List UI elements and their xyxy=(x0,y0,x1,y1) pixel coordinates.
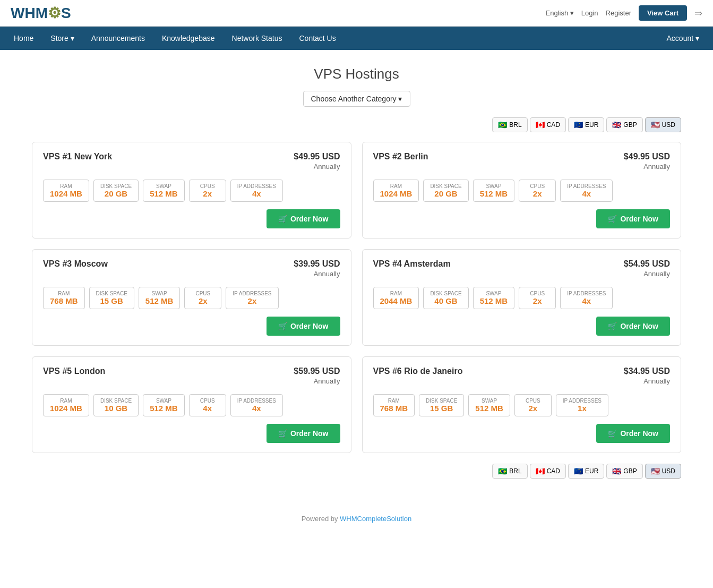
product-price: $59.95 USDAnnually xyxy=(294,367,340,386)
product-header: VPS #4 Amsterdam $54.95 USDAnnually xyxy=(373,259,671,278)
currency-btn-gbp[interactable]: 🇬🇧GBP xyxy=(606,464,642,479)
cart-icon: 🛒 xyxy=(608,322,617,330)
spec-box: Disk Space 15 GB xyxy=(419,394,464,416)
register-link[interactable]: Register xyxy=(606,9,631,17)
product-name: VPS #4 Amsterdam xyxy=(373,259,451,269)
order-now-button-vps4[interactable]: 🛒Order Now xyxy=(596,317,670,336)
spec-box: CPUs 2x xyxy=(519,180,556,202)
product-header: VPS #3 Moscow $39.95 USDAnnually xyxy=(43,259,340,278)
product-card-vps6: VPS #6 Rio de Janeiro $34.95 USDAnnually… xyxy=(362,356,682,453)
spec-box: Disk Space 40 GB xyxy=(423,287,468,309)
spec-box: Disk Space 20 GB xyxy=(423,180,468,202)
spec-box: CPUs 2x xyxy=(184,287,221,309)
spec-box: IP Addresses 4x xyxy=(230,180,283,202)
nav-left: Home Store ▾ Announcements Knowledgebase… xyxy=(5,27,345,50)
nav-announcements[interactable]: Announcements xyxy=(83,27,153,50)
product-price: $39.95 USDAnnually xyxy=(294,259,340,278)
specs-row: RAM 1024 MB Disk Space 20 GB SWAP 512 MB… xyxy=(373,180,671,202)
product-name: VPS #1 New York xyxy=(43,152,112,161)
logo-whmcs: WHM⚙S xyxy=(11,4,71,22)
currency-btn-eur[interactable]: 🇪🇺EUR xyxy=(568,464,604,479)
product-name: VPS #6 Rio de Janeiro xyxy=(373,367,463,376)
product-header: VPS #5 London $59.95 USDAnnually xyxy=(43,367,340,386)
nav-store[interactable]: Store ▾ xyxy=(42,27,82,50)
currency-bar-bottom: 🇧🇷BRL🇨🇦CAD🇪🇺EUR🇬🇧GBP🇺🇸USD xyxy=(32,464,681,479)
logout-icon[interactable]: ⇒ xyxy=(694,7,702,19)
cart-icon: 🛒 xyxy=(278,215,287,223)
cart-icon: 🛒 xyxy=(608,429,617,438)
currency-btn-usd[interactable]: 🇺🇸USD xyxy=(645,117,681,132)
spec-box: RAM 1024 MB xyxy=(373,180,419,202)
product-header: VPS #2 Berlin $49.95 USDAnnually xyxy=(373,152,671,171)
main-content: VPS Hostings Choose Another Category ▾ 🇧… xyxy=(0,50,713,504)
cart-icon: 🛒 xyxy=(278,429,287,438)
specs-row: RAM 768 MB Disk Space 15 GB SWAP 512 MB … xyxy=(373,394,671,416)
spec-box: IP Addresses 1x xyxy=(556,394,608,416)
currency-btn-brl[interactable]: 🇧🇷BRL xyxy=(492,464,527,479)
spec-box: SWAP 512 MB xyxy=(473,287,515,309)
spec-box: CPUs 2x xyxy=(189,180,226,202)
currency-btn-usd[interactable]: 🇺🇸USD xyxy=(645,464,681,479)
footer-link[interactable]: WHMCompleteSolution xyxy=(340,515,411,523)
product-header: VPS #6 Rio de Janeiro $34.95 USDAnnually xyxy=(373,367,671,386)
logo: WHM⚙S xyxy=(11,4,71,22)
product-price: $54.95 USDAnnually xyxy=(624,259,670,278)
nav-account[interactable]: Account ▾ xyxy=(658,27,708,50)
product-card-vps4: VPS #4 Amsterdam $54.95 USDAnnually RAM … xyxy=(362,249,682,346)
nav-network-status[interactable]: Network Status xyxy=(224,27,291,50)
spec-box: RAM 768 MB xyxy=(373,394,415,416)
cart-icon: 🛒 xyxy=(608,215,617,223)
currency-btn-gbp[interactable]: 🇬🇧GBP xyxy=(606,117,642,132)
cart-icon: 🛒 xyxy=(278,322,287,330)
currency-btn-cad[interactable]: 🇨🇦CAD xyxy=(530,464,566,479)
spec-box: SWAP 512 MB xyxy=(468,394,510,416)
specs-row: RAM 2044 MB Disk Space 40 GB SWAP 512 MB… xyxy=(373,287,671,309)
top-nav-right: English ▾ Login Register View Cart ⇒ xyxy=(545,5,702,21)
nav-knowledgebase[interactable]: Knowledgebase xyxy=(153,27,224,50)
product-price: $49.95 USDAnnually xyxy=(624,152,670,171)
spec-box: SWAP 512 MB xyxy=(473,180,515,202)
product-header: VPS #1 New York $49.95 USDAnnually xyxy=(43,152,340,171)
specs-row: RAM 768 MB Disk Space 15 GB SWAP 512 MB … xyxy=(43,287,340,309)
top-bar: WHM⚙S English ▾ Login Register View Cart… xyxy=(0,0,713,27)
product-period: Annually xyxy=(643,163,670,171)
spec-box: RAM 2044 MB xyxy=(373,287,419,309)
order-now-button-vps2[interactable]: 🛒Order Now xyxy=(596,209,670,228)
currency-btn-eur[interactable]: 🇪🇺EUR xyxy=(568,117,604,132)
category-selector[interactable]: Choose Another Category ▾ xyxy=(303,91,410,107)
currency-btn-brl[interactable]: 🇧🇷BRL xyxy=(492,117,527,132)
product-period: Annually xyxy=(314,163,340,171)
order-now-button-vps6[interactable]: 🛒Order Now xyxy=(596,424,670,443)
currency-bar-top: 🇧🇷BRL🇨🇦CAD🇪🇺EUR🇬🇧GBP🇺🇸USD xyxy=(32,117,681,132)
product-card-vps2: VPS #2 Berlin $49.95 USDAnnually RAM 102… xyxy=(362,142,682,238)
spec-box: CPUs 2x xyxy=(514,394,552,416)
product-period: Annually xyxy=(643,377,670,385)
product-name: VPS #2 Berlin xyxy=(373,152,428,161)
nav-home[interactable]: Home xyxy=(5,27,42,50)
product-name: VPS #3 Moscow xyxy=(43,259,108,269)
order-now-button-vps5[interactable]: 🛒Order Now xyxy=(267,424,340,443)
order-now-button-vps3[interactable]: 🛒Order Now xyxy=(267,317,340,336)
nav-contact-us[interactable]: Contact Us xyxy=(290,27,344,50)
product-card-vps3: VPS #3 Moscow $39.95 USDAnnually RAM 768… xyxy=(32,249,351,346)
nav-right: Account ▾ xyxy=(658,34,708,42)
language-selector[interactable]: English ▾ xyxy=(545,9,573,17)
product-card-vps5: VPS #5 London $59.95 USDAnnually RAM 102… xyxy=(32,356,351,453)
spec-box: SWAP 512 MB xyxy=(143,394,185,416)
spec-box: IP Addresses 4x xyxy=(560,287,613,309)
products-grid: VPS #1 New York $49.95 USDAnnually RAM 1… xyxy=(32,142,681,453)
product-period: Annually xyxy=(643,270,670,278)
specs-row: RAM 1024 MB Disk Space 20 GB SWAP 512 MB… xyxy=(43,180,340,202)
spec-box: Disk Space 20 GB xyxy=(93,180,139,202)
order-now-button-vps1[interactable]: 🛒Order Now xyxy=(267,209,340,228)
view-cart-button[interactable]: View Cart xyxy=(639,5,687,21)
currency-btn-cad[interactable]: 🇨🇦CAD xyxy=(530,117,566,132)
spec-box: IP Addresses 2x xyxy=(226,287,278,309)
product-price: $49.95 USDAnnually xyxy=(294,152,340,171)
spec-box: RAM 768 MB xyxy=(43,287,85,309)
product-card-vps1: VPS #1 New York $49.95 USDAnnually RAM 1… xyxy=(32,142,351,238)
page-title: VPS Hostings xyxy=(32,66,681,82)
product-period: Annually xyxy=(314,270,340,278)
login-link[interactable]: Login xyxy=(581,9,598,17)
spec-box: RAM 1024 MB xyxy=(43,394,89,416)
